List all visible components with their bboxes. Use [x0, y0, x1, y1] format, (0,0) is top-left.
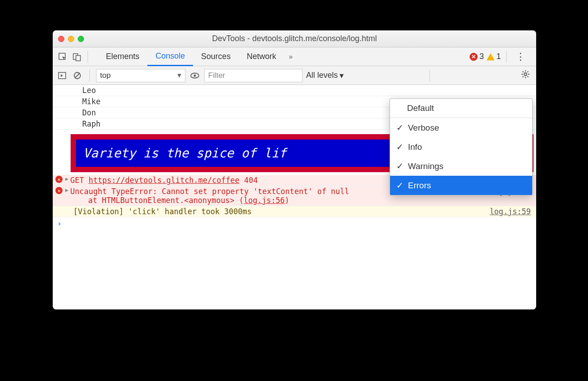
warning-icon	[487, 53, 495, 60]
expand-caret-icon[interactable]: ▶	[65, 187, 68, 193]
error-icon: ✕	[55, 176, 63, 183]
violation-text: [Violation] 'click' handler took 3000ms	[73, 207, 490, 216]
panel-tabs: Elements Console Sources Network »	[98, 47, 297, 66]
log-levels-button[interactable]: All levels ▾	[306, 71, 344, 80]
filter-input[interactable]	[204, 69, 302, 82]
svg-line-16	[527, 72, 528, 72]
main-tabbar: Elements Console Sources Network » ✕ 3 1…	[53, 47, 536, 66]
levels-label: All levels	[306, 71, 338, 80]
violation-log-row: [Violation] 'click' handler took 3000ms …	[53, 206, 536, 217]
sidebar-toggle-icon[interactable]	[56, 70, 68, 81]
source-link[interactable]: log.js:59	[490, 207, 533, 216]
check-icon: ✓	[396, 142, 403, 152]
dropdown-label: Info	[408, 142, 422, 152]
context-selector[interactable]: top	[96, 69, 185, 82]
check-icon: ✓	[396, 180, 403, 190]
minimize-icon[interactable]	[68, 36, 74, 42]
dropdown-item-verbose[interactable]: ✓ Verbose	[390, 118, 532, 137]
close-icon[interactable]	[58, 36, 64, 42]
console-settings-icon[interactable]	[518, 70, 533, 81]
log-tree-item: Leo	[53, 85, 536, 96]
dropdown-item-errors[interactable]: ✓ Errors	[390, 176, 532, 195]
warning-count-badge[interactable]: 1	[487, 52, 501, 61]
levels-dropdown: Default ✓ Verbose ✓ Info ✓ Warnings ✓ Er…	[390, 98, 533, 195]
console-toolbar: top All levels ▾	[53, 66, 536, 85]
log-text: Leo	[82, 86, 533, 95]
separator	[89, 70, 90, 81]
dropdown-label: Default	[407, 103, 434, 113]
dropdown-label: Warnings	[408, 161, 444, 171]
device-toggle-icon[interactable]	[71, 51, 83, 63]
tab-network[interactable]: Network	[239, 47, 284, 66]
http-method: GET	[70, 176, 84, 185]
console-prompt[interactable]: ›	[53, 217, 536, 230]
svg-rect-2	[76, 55, 80, 61]
error-icon: ✕	[470, 53, 478, 61]
traffic-lights	[58, 36, 84, 42]
check-icon: ✓	[396, 161, 403, 171]
error-icon: ✕	[55, 187, 63, 194]
error-line1: Uncaught TypeError: Cannot set property …	[70, 187, 349, 196]
tab-sources[interactable]: Sources	[193, 47, 239, 66]
stack-source-link[interactable]: log.js:56	[244, 196, 285, 205]
stack-prefix: at HTMLButtonElement.<anonymous> (	[88, 196, 244, 205]
settings-menu-icon[interactable]: ⋮	[512, 51, 529, 63]
titlebar: DevTools - devtools.glitch.me/console/lo…	[53, 30, 536, 47]
http-status: 404	[244, 176, 258, 185]
request-url[interactable]: https://devtools.glitch.me/coffee	[88, 176, 239, 185]
svg-line-15	[523, 76, 524, 77]
check-icon: ✓	[396, 123, 403, 133]
dropdown-label: Errors	[408, 181, 431, 190]
tab-console[interactable]: Console	[147, 47, 193, 66]
warning-count: 1	[496, 52, 501, 61]
dropdown-label: Verbose	[408, 123, 439, 133]
tabbar-right: ✕ 3 1 ⋮	[470, 51, 533, 63]
separator	[506, 51, 507, 63]
dropdown-item-warnings[interactable]: ✓ Warnings	[390, 157, 532, 176]
clear-console-icon[interactable]	[71, 70, 83, 81]
error-count: 3	[479, 52, 484, 61]
separator	[88, 51, 88, 63]
svg-line-5	[75, 73, 80, 78]
expand-caret-icon[interactable]: ▶	[65, 176, 68, 182]
separator	[429, 70, 430, 81]
context-value: top	[100, 71, 111, 80]
svg-point-8	[524, 73, 527, 76]
svg-point-7	[194, 74, 196, 76]
window-title: DevTools - devtools.glitch.me/console/lo…	[58, 34, 531, 43]
stack-suffix: )	[285, 196, 289, 205]
zoom-icon[interactable]	[78, 36, 84, 42]
live-expression-icon[interactable]	[189, 70, 201, 81]
error-count-badge[interactable]: ✕ 3	[470, 52, 484, 61]
svg-line-13	[523, 72, 524, 72]
dropdown-item-default[interactable]: Default	[390, 99, 532, 118]
dropdown-item-info[interactable]: ✓ Info	[390, 137, 532, 157]
more-tabs-button[interactable]: »	[284, 47, 297, 66]
inspect-icon[interactable]	[56, 51, 69, 63]
chevron-down-icon: ▾	[340, 71, 344, 80]
tab-elements[interactable]: Elements	[98, 47, 147, 66]
svg-line-14	[527, 76, 528, 77]
devtools-window: DevTools - devtools.glitch.me/console/lo…	[53, 30, 536, 309]
